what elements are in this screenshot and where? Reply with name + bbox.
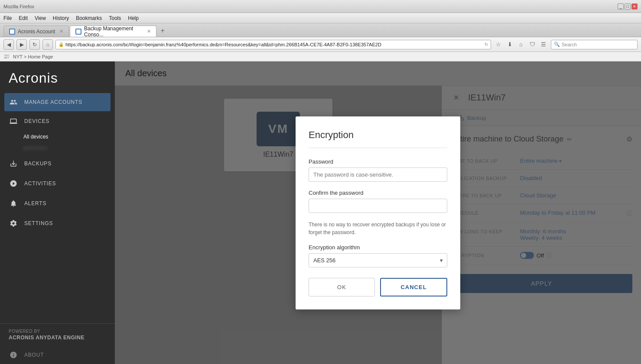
main-area: All devices VM IE11Win7 ✕ — [115, 61, 641, 364]
sidebar-item-activities[interactable]: ACTIVITIES — [0, 174, 115, 193]
menu-tools[interactable]: Tools — [109, 15, 121, 21]
home-button[interactable]: ⌂ — [42, 39, 53, 50]
search-placeholder: Search — [562, 42, 577, 47]
powered-by-label: POWERED BY — [9, 329, 106, 334]
confirm-field: Confirm the password — [309, 190, 447, 213]
refresh-icon[interactable]: ↻ — [485, 42, 488, 47]
maximize-button[interactable]: □ — [625, 3, 631, 10]
algo-select[interactable]: AES 256 AES 128 None — [309, 253, 447, 267]
new-tab-button[interactable]: + — [157, 26, 168, 36]
browser-frame: Mozilla Firefox _ □ ✕ File Edit View His… — [0, 0, 641, 364]
algo-label: Encryption algorithm — [309, 244, 447, 251]
tab-icon-1 — [9, 29, 15, 35]
menu-help[interactable]: Help — [128, 15, 139, 21]
engine-label: ACRONIS ANYDATA ENGINE — [9, 335, 106, 341]
manage-accounts-label: MANAGE ACCOUNTS — [24, 99, 82, 105]
tab-label-2: Backup Management Conso... — [84, 26, 143, 38]
sidebar-footer: POWERED BY ACRONIS ANYDATA ENGINE — [0, 323, 115, 346]
menu-edit[interactable]: Edit — [19, 15, 28, 21]
browser-title: Mozilla Firefox — [3, 4, 34, 9]
settings-label: SETTINGS — [24, 220, 53, 226]
devices-label: DEVICES — [24, 118, 49, 124]
bookmark-star-icon[interactable]: ☆ — [494, 40, 503, 49]
close-button[interactable]: ✕ — [631, 3, 638, 10]
tab-backup-mgmt[interactable]: Backup Management Conso... ✕ — [70, 26, 156, 37]
shield-icon[interactable]: 🛡 — [527, 40, 537, 49]
encryption-modal: Encryption Password Confirm the password… — [296, 116, 460, 309]
sidebar: Acronis MANAGE ACCOUNTS DEVICES — [0, 61, 115, 364]
sidebar-item-devices[interactable]: DEVICES — [0, 111, 115, 131]
modal-warning: There is no way to recover encrypted bac… — [309, 221, 447, 236]
tab-label-1: Acronis Account — [18, 29, 55, 35]
cancel-button[interactable]: CANCEL — [380, 278, 447, 296]
menu-icon[interactable]: ☰ — [539, 40, 548, 49]
window-controls: _ □ ✕ — [618, 3, 638, 10]
activities-icon — [9, 179, 18, 188]
menu-history[interactable]: History — [53, 15, 69, 21]
modal-title: Encryption — [309, 129, 447, 148]
search-box[interactable]: 🔍 Search — [551, 40, 638, 49]
alerts-icon — [9, 199, 18, 208]
algo-field: Encryption algorithm AES 256 AES 128 Non… — [309, 244, 447, 267]
menu-bookmarks[interactable]: Bookmarks — [76, 15, 102, 21]
modal-overlay: Encryption Password Confirm the password… — [115, 61, 641, 364]
app-content: Acronis MANAGE ACCOUNTS DEVICES — [0, 61, 641, 364]
download-icon[interactable]: ⬇ — [505, 40, 514, 49]
alerts-label: ALERTS — [24, 200, 46, 206]
address-bar: ◀ ▶ ↻ ⌂ 🔒 https://backup.acronis.com/bc/… — [0, 37, 641, 52]
activities-label: ACTIVITIES — [24, 180, 56, 187]
algo-select-wrap: AES 256 AES 128 None ▾ — [309, 253, 447, 267]
browser-menu: File Edit View History Bookmarks Tools H… — [0, 13, 641, 23]
backups-icon — [9, 159, 18, 168]
logo-text: Acronis — [9, 70, 106, 86]
bookmark-rss-icon: 📰 — [3, 54, 10, 59]
home-icon[interactable]: ⌂ — [516, 40, 526, 49]
tab-bar: Acronis Account ✕ Backup Management Cons… — [0, 23, 641, 37]
password-input[interactable] — [309, 168, 447, 182]
sidebar-item-about[interactable]: ABOUT — [0, 346, 115, 364]
sidebar-sub-blurred: performics — [0, 142, 115, 154]
password-label: Password — [309, 158, 447, 165]
lock-icon: 🔒 — [59, 42, 64, 47]
sidebar-item-settings[interactable]: SETTINGS — [0, 213, 115, 233]
sidebar-sub-all-devices[interactable]: All devices — [0, 131, 115, 142]
modal-actions: OK CANCEL — [309, 278, 447, 296]
svg-rect-0 — [10, 29, 14, 34]
bookmark-nyt[interactable]: NYT > Home Page — [13, 54, 53, 59]
search-icon: 🔍 — [554, 42, 560, 47]
menu-file[interactable]: File — [3, 15, 12, 21]
url-text: https://backup.acronis.com/bc/#login=ben… — [65, 42, 483, 47]
password-field: Password — [309, 158, 447, 182]
forward-button[interactable]: ▶ — [16, 39, 27, 50]
devices-icon — [9, 116, 18, 126]
back-button[interactable]: ◀ — [3, 39, 14, 50]
tab-close-1[interactable]: ✕ — [59, 29, 63, 34]
sidebar-logo: Acronis — [0, 61, 115, 93]
toolbar-icons: ☆ ⬇ ⌂ 🛡 ☰ — [494, 40, 548, 49]
tab-acronis-account[interactable]: Acronis Account ✕ — [3, 26, 69, 37]
url-bar[interactable]: 🔒 https://backup.acronis.com/bc/#login=b… — [55, 40, 491, 49]
sidebar-nav: MANAGE ACCOUNTS DEVICES All devices perf… — [0, 93, 115, 323]
bookmark-bar: 📰 NYT > Home Page — [0, 52, 641, 61]
sidebar-item-alerts[interactable]: ALERTS — [0, 193, 115, 213]
manage-accounts-icon — [9, 97, 18, 107]
browser-titlebar: Mozilla Firefox _ □ ✕ — [0, 0, 641, 13]
svg-rect-1 — [76, 29, 81, 34]
about-icon — [9, 350, 18, 360]
about-label: ABOUT — [24, 352, 44, 358]
confirm-password-input[interactable] — [309, 199, 447, 213]
tab-close-2[interactable]: ✕ — [147, 29, 151, 34]
sidebar-item-backups[interactable]: BACKUPS — [0, 154, 115, 174]
menu-view[interactable]: View — [35, 15, 46, 21]
confirm-label: Confirm the password — [309, 190, 447, 196]
minimize-button[interactable]: _ — [618, 3, 624, 10]
tab-icon-2 — [75, 29, 81, 35]
sidebar-item-manage-accounts[interactable]: MANAGE ACCOUNTS — [4, 93, 111, 111]
backups-label: BACKUPS — [24, 161, 52, 167]
settings-icon — [9, 219, 18, 228]
reload-button[interactable]: ↻ — [29, 39, 40, 50]
ok-button[interactable]: OK — [309, 278, 375, 296]
